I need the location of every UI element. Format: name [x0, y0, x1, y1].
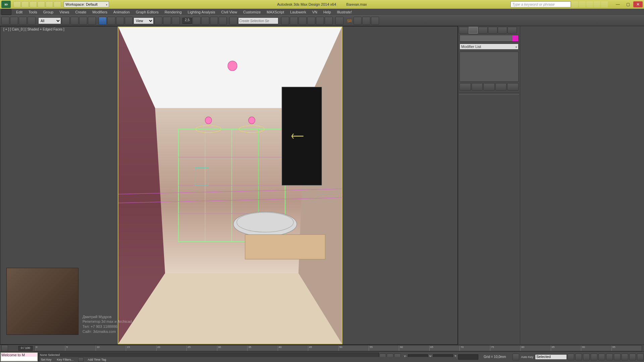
menu-maxscript[interactable]: MAXScript: [264, 9, 287, 15]
graphite-ribbon-icon[interactable]: [307, 17, 315, 25]
reference-coord-dropdown[interactable]: View: [133, 17, 154, 24]
timetag-icon[interactable]: [78, 357, 84, 362]
object-color-swatch[interactable]: [512, 35, 518, 41]
menu-graph-editors[interactable]: Graph Editors: [133, 9, 161, 15]
menu-animation[interactable]: Animation: [111, 9, 132, 15]
select-and-manipulate-icon[interactable]: [163, 17, 171, 25]
time-config-icon[interactable]: [513, 354, 519, 360]
exchange-icon[interactable]: [586, 1, 593, 7]
unlink-icon[interactable]: [28, 17, 36, 25]
create-tab-icon[interactable]: [459, 27, 468, 34]
percent-snap-icon[interactable]: [210, 17, 218, 25]
menu-civil-view[interactable]: Civil View: [219, 9, 240, 15]
menu-illustrate[interactable]: Illustrate!: [334, 9, 355, 15]
menu-lighting-analysis[interactable]: Lighting Analysis: [185, 9, 218, 15]
display-tab-icon[interactable]: [498, 27, 507, 34]
zoom-extents-all-icon[interactable]: [637, 354, 644, 360]
select-and-rotate-icon[interactable]: [107, 17, 115, 25]
subscription-icon[interactable]: [579, 1, 586, 7]
qat-project-icon[interactable]: [54, 1, 61, 7]
render-production-icon[interactable]: [371, 17, 379, 25]
use-center-icon[interactable]: [154, 17, 162, 25]
modifier-stack[interactable]: [460, 52, 519, 82]
layer-manager-icon[interactable]: [299, 17, 307, 25]
object-name-input[interactable]: [460, 35, 512, 41]
frame-indicator[interactable]: 0 / 100: [18, 346, 33, 351]
maximize-button[interactable]: ▢: [623, 1, 633, 7]
viewport-canvas[interactable]: [118, 26, 342, 344]
zoom-icon[interactable]: [614, 354, 621, 360]
addtimetag-label[interactable]: Add Time Tag: [88, 358, 106, 361]
link-icon[interactable]: [19, 17, 27, 25]
zoom-extents-icon[interactable]: [629, 354, 636, 360]
menu-help[interactable]: Help: [321, 9, 334, 15]
favorites-icon[interactable]: [594, 1, 600, 7]
align-icon[interactable]: [290, 17, 298, 25]
goto-start-icon[interactable]: [568, 354, 574, 360]
maxscript-listener[interactable]: Welcome to M: [1, 353, 38, 361]
spinner-snap-icon[interactable]: [219, 17, 227, 25]
select-and-move-icon[interactable]: [99, 17, 107, 25]
select-by-name-icon[interactable]: [70, 17, 78, 25]
edit-named-sel-icon[interactable]: [229, 17, 237, 25]
autokey-button[interactable]: Auto Key: [521, 355, 533, 359]
angle-snap-icon[interactable]: [201, 17, 209, 25]
named-selection-input[interactable]: [238, 17, 278, 24]
setkey-button[interactable]: Set Key: [41, 358, 52, 361]
qat-save-icon[interactable]: [30, 1, 37, 7]
prev-frame-icon[interactable]: [575, 354, 582, 360]
window-crossing-icon[interactable]: [88, 17, 96, 25]
minimize-button[interactable]: —: [613, 1, 623, 7]
hierarchy-tab-icon[interactable]: [478, 27, 488, 34]
menu-create[interactable]: Create: [72, 9, 89, 15]
snap-toggle-icon[interactable]: [193, 17, 201, 25]
keyfilters-button[interactable]: Key Filters...: [57, 358, 74, 361]
qat-open-icon[interactable]: [21, 1, 29, 7]
menu-modifiers[interactable]: Modifiers: [90, 9, 110, 15]
z-input[interactable]: [458, 354, 478, 360]
schematic-view-icon[interactable]: [325, 17, 333, 25]
modifier-list-dropdown[interactable]: Modifier List: [460, 44, 519, 50]
close-button[interactable]: ✕: [633, 1, 643, 7]
keymode-dropdown[interactable]: Selected: [535, 354, 567, 360]
menu-vn[interactable]: VN: [310, 9, 320, 15]
configure-sets-icon[interactable]: [507, 83, 519, 90]
search-icon[interactable]: [572, 1, 578, 7]
goto-end-icon[interactable]: [598, 354, 605, 360]
select-and-scale-icon[interactable]: [116, 17, 124, 25]
menu-views[interactable]: Views: [57, 9, 72, 15]
mini-curve-editor-icon[interactable]: [1, 345, 8, 352]
select-region-icon[interactable]: [79, 17, 87, 25]
qat-undo-icon[interactable]: [38, 1, 45, 7]
select-object-icon[interactable]: [62, 17, 70, 25]
menu-rendering[interactable]: Rendering: [162, 9, 184, 15]
modify-tab-icon[interactable]: [469, 27, 478, 34]
menu-tools[interactable]: Tools: [26, 9, 40, 15]
utilities-tab-icon[interactable]: [507, 27, 517, 34]
viewport-label[interactable]: [ + ] [ Cam_0 ] [ Shaded + Edged Faces ]: [2, 27, 65, 32]
keyboard-shortcut-icon[interactable]: [172, 17, 180, 25]
pin-stack-icon[interactable]: [460, 83, 471, 90]
material-editor-icon[interactable]: [335, 17, 343, 25]
qat-redo-icon[interactable]: [46, 1, 53, 7]
infocenter-search-input[interactable]: Type a keyword or phrase: [511, 1, 571, 7]
render-setup-icon[interactable]: [354, 17, 362, 25]
menu-laubwerk[interactable]: Laubwerk: [287, 9, 309, 15]
viewport-area[interactable]: [ + ] [ Cam_0 ] [ Shaded + Edged Faces ]: [0, 26, 458, 345]
undo-icon[interactable]: [1, 17, 9, 25]
application-menu-button[interactable]: [1, 9, 11, 15]
zoom-all-icon[interactable]: [622, 354, 628, 360]
menu-group[interactable]: Group: [41, 9, 56, 15]
next-frame-icon[interactable]: [591, 354, 597, 360]
workspace-dropdown[interactable]: Workspace: Default: [64, 1, 109, 7]
render-frame-icon[interactable]: [362, 17, 370, 25]
redo-icon[interactable]: [10, 17, 18, 25]
help-icon[interactable]: [601, 1, 608, 7]
select-and-place-icon[interactable]: [125, 17, 133, 25]
play-icon[interactable]: [583, 354, 590, 360]
key-mode-toggle-icon[interactable]: [606, 354, 613, 360]
curve-editor-icon[interactable]: [316, 17, 324, 25]
selection-filter-dropdown[interactable]: All: [38, 17, 61, 24]
make-unique-icon[interactable]: [483, 83, 495, 90]
show-end-result-icon[interactable]: [472, 83, 483, 90]
